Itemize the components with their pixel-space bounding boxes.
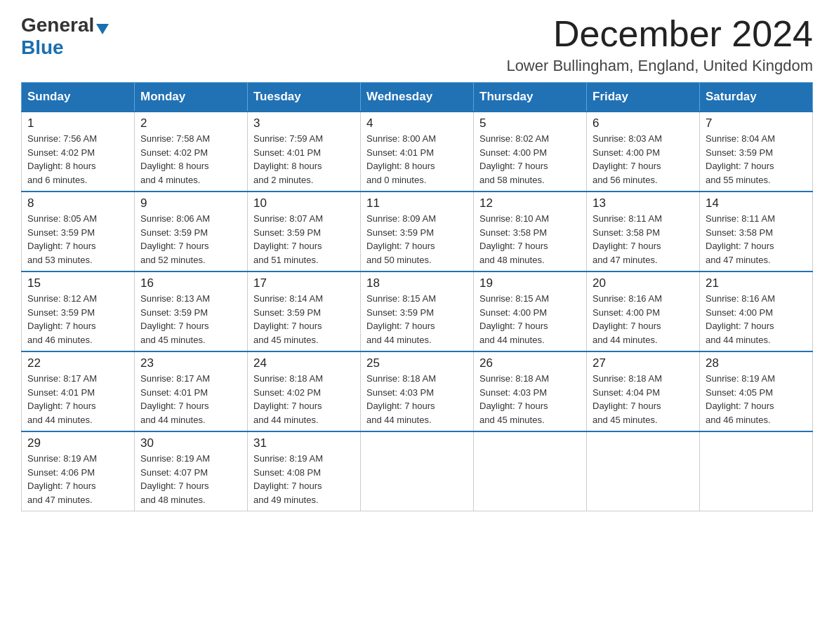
table-row: 15Sunrise: 8:12 AMSunset: 3:59 PMDayligh… [22, 271, 135, 351]
day-number: 11 [366, 196, 468, 210]
table-row: 19Sunrise: 8:15 AMSunset: 4:00 PMDayligh… [474, 271, 587, 351]
location-subtitle: Lower Bullingham, England, United Kingdo… [506, 57, 813, 75]
day-number: 21 [706, 276, 807, 290]
day-info: Sunrise: 7:58 AMSunset: 4:02 PMDaylight:… [140, 132, 241, 187]
table-row: 9Sunrise: 8:06 AMSunset: 3:59 PMDaylight… [135, 192, 248, 271]
day-number: 26 [479, 356, 581, 370]
day-info: Sunrise: 8:09 AMSunset: 3:59 PMDaylight:… [366, 212, 468, 267]
day-number: 10 [253, 196, 355, 210]
col-thursday: Thursday [474, 83, 587, 112]
day-info: Sunrise: 8:19 AMSunset: 4:08 PMDaylight:… [253, 452, 355, 507]
page-header: General Blue December 2024 Lower Bulling… [21, 14, 813, 75]
table-row: 13Sunrise: 8:11 AMSunset: 3:58 PMDayligh… [587, 192, 700, 271]
day-number: 19 [479, 276, 581, 290]
table-row: 5Sunrise: 8:02 AMSunset: 4:00 PMDaylight… [474, 112, 587, 192]
day-info: Sunrise: 8:18 AMSunset: 4:03 PMDaylight:… [479, 372, 581, 427]
day-info: Sunrise: 8:14 AMSunset: 3:59 PMDaylight:… [253, 292, 355, 347]
table-row: 24Sunrise: 8:18 AMSunset: 4:02 PMDayligh… [248, 351, 361, 431]
day-info: Sunrise: 8:15 AMSunset: 3:59 PMDaylight:… [366, 292, 468, 347]
day-info: Sunrise: 8:00 AMSunset: 4:01 PMDaylight:… [366, 132, 468, 187]
logo-triangle-icon [96, 24, 109, 34]
day-number: 31 [253, 436, 355, 450]
table-row: 7Sunrise: 8:04 AMSunset: 3:59 PMDaylight… [700, 112, 813, 192]
day-info: Sunrise: 8:16 AMSunset: 4:00 PMDaylight:… [706, 292, 807, 347]
day-number: 18 [366, 276, 468, 290]
day-number: 5 [479, 116, 581, 130]
calendar-week-row: 8Sunrise: 8:05 AMSunset: 3:59 PMDaylight… [22, 192, 813, 271]
col-monday: Monday [135, 83, 248, 112]
day-info: Sunrise: 8:05 AMSunset: 3:59 PMDaylight:… [27, 212, 128, 267]
day-number: 28 [706, 356, 807, 370]
day-number: 15 [27, 276, 128, 290]
day-number: 12 [479, 196, 581, 210]
table-row: 28Sunrise: 8:19 AMSunset: 4:05 PMDayligh… [700, 351, 813, 431]
day-number: 4 [366, 116, 468, 130]
day-number: 1 [27, 116, 128, 130]
calendar-week-row: 15Sunrise: 8:12 AMSunset: 3:59 PMDayligh… [22, 271, 813, 351]
col-friday: Friday [587, 83, 700, 112]
month-year-title: December 2024 [506, 14, 813, 54]
table-row: 26Sunrise: 8:18 AMSunset: 4:03 PMDayligh… [474, 351, 587, 431]
day-number: 9 [140, 196, 241, 210]
day-number: 27 [593, 356, 694, 370]
table-row: 17Sunrise: 8:14 AMSunset: 3:59 PMDayligh… [248, 271, 361, 351]
day-info: Sunrise: 8:18 AMSunset: 4:02 PMDaylight:… [253, 372, 355, 427]
day-info: Sunrise: 8:03 AMSunset: 4:00 PMDaylight:… [593, 132, 694, 187]
table-row: 10Sunrise: 8:07 AMSunset: 3:59 PMDayligh… [248, 192, 361, 271]
day-info: Sunrise: 8:11 AMSunset: 3:58 PMDaylight:… [593, 212, 694, 267]
day-info: Sunrise: 7:56 AMSunset: 4:02 PMDaylight:… [27, 132, 128, 187]
table-row: 6Sunrise: 8:03 AMSunset: 4:00 PMDaylight… [587, 112, 700, 192]
table-row: 4Sunrise: 8:00 AMSunset: 4:01 PMDaylight… [361, 112, 474, 192]
table-row: 2Sunrise: 7:58 AMSunset: 4:02 PMDaylight… [135, 112, 248, 192]
table-row: 11Sunrise: 8:09 AMSunset: 3:59 PMDayligh… [361, 192, 474, 271]
day-info: Sunrise: 8:18 AMSunset: 4:04 PMDaylight:… [593, 372, 694, 427]
logo: General Blue [21, 14, 109, 59]
table-row [474, 431, 587, 511]
day-info: Sunrise: 8:15 AMSunset: 4:00 PMDaylight:… [479, 292, 581, 347]
table-row: 16Sunrise: 8:13 AMSunset: 3:59 PMDayligh… [135, 271, 248, 351]
day-info: Sunrise: 8:11 AMSunset: 3:58 PMDaylight:… [706, 212, 807, 267]
day-number: 30 [140, 436, 241, 450]
day-info: Sunrise: 8:17 AMSunset: 4:01 PMDaylight:… [140, 372, 241, 427]
day-info: Sunrise: 8:19 AMSunset: 4:05 PMDaylight:… [706, 372, 807, 427]
day-number: 25 [366, 356, 468, 370]
table-row: 27Sunrise: 8:18 AMSunset: 4:04 PMDayligh… [587, 351, 700, 431]
day-number: 20 [593, 276, 694, 290]
table-row [587, 431, 700, 511]
table-row [361, 431, 474, 511]
day-number: 29 [27, 436, 128, 450]
day-number: 17 [253, 276, 355, 290]
day-number: 6 [593, 116, 694, 130]
calendar-week-row: 1Sunrise: 7:56 AMSunset: 4:02 PMDaylight… [22, 112, 813, 192]
day-number: 7 [706, 116, 807, 130]
table-row: 25Sunrise: 8:18 AMSunset: 4:03 PMDayligh… [361, 351, 474, 431]
table-row: 31Sunrise: 8:19 AMSunset: 4:08 PMDayligh… [248, 431, 361, 511]
day-number: 22 [27, 356, 128, 370]
day-number: 3 [253, 116, 355, 130]
col-wednesday: Wednesday [361, 83, 474, 112]
day-number: 13 [593, 196, 694, 210]
table-row: 8Sunrise: 8:05 AMSunset: 3:59 PMDaylight… [22, 192, 135, 271]
table-row: 21Sunrise: 8:16 AMSunset: 4:00 PMDayligh… [700, 271, 813, 351]
day-info: Sunrise: 7:59 AMSunset: 4:01 PMDaylight:… [253, 132, 355, 187]
day-number: 2 [140, 116, 241, 130]
day-info: Sunrise: 8:07 AMSunset: 3:59 PMDaylight:… [253, 212, 355, 267]
table-row: 20Sunrise: 8:16 AMSunset: 4:00 PMDayligh… [587, 271, 700, 351]
calendar-week-row: 22Sunrise: 8:17 AMSunset: 4:01 PMDayligh… [22, 351, 813, 431]
day-info: Sunrise: 8:02 AMSunset: 4:00 PMDaylight:… [479, 132, 581, 187]
day-info: Sunrise: 8:19 AMSunset: 4:06 PMDaylight:… [27, 452, 128, 507]
day-number: 14 [706, 196, 807, 210]
calendar-week-row: 29Sunrise: 8:19 AMSunset: 4:06 PMDayligh… [22, 431, 813, 511]
table-row: 3Sunrise: 7:59 AMSunset: 4:01 PMDaylight… [248, 112, 361, 192]
day-number: 23 [140, 356, 241, 370]
table-row: 22Sunrise: 8:17 AMSunset: 4:01 PMDayligh… [22, 351, 135, 431]
logo-general-text: General [21, 14, 94, 36]
day-number: 24 [253, 356, 355, 370]
table-row: 12Sunrise: 8:10 AMSunset: 3:58 PMDayligh… [474, 192, 587, 271]
table-row [700, 431, 813, 511]
day-info: Sunrise: 8:17 AMSunset: 4:01 PMDaylight:… [27, 372, 128, 427]
calendar-header-row: Sunday Monday Tuesday Wednesday Thursday… [22, 83, 813, 112]
day-info: Sunrise: 8:18 AMSunset: 4:03 PMDaylight:… [366, 372, 468, 427]
day-number: 8 [27, 196, 128, 210]
day-info: Sunrise: 8:06 AMSunset: 3:59 PMDaylight:… [140, 212, 241, 267]
